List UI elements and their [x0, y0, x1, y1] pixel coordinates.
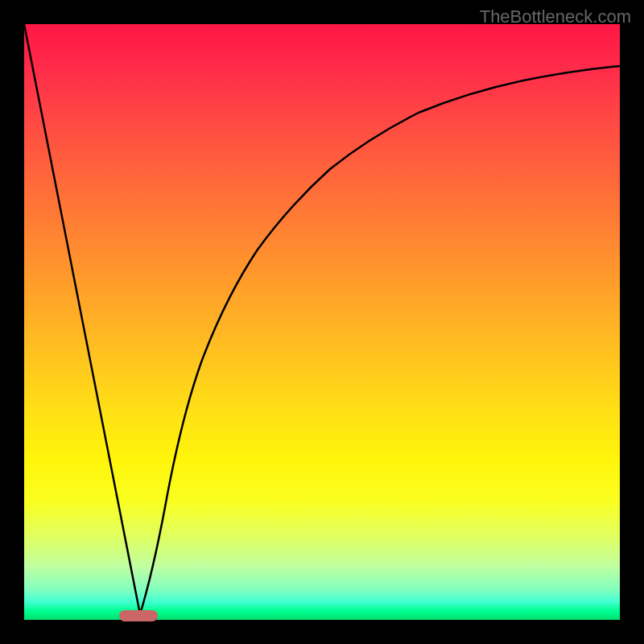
right-curve: [140, 66, 620, 614]
watermark-text: TheBottleneck.com: [480, 6, 631, 27]
chart-lines: [24, 24, 620, 620]
minimum-marker: [119, 610, 158, 621]
left-diagonal-line: [24, 24, 140, 614]
